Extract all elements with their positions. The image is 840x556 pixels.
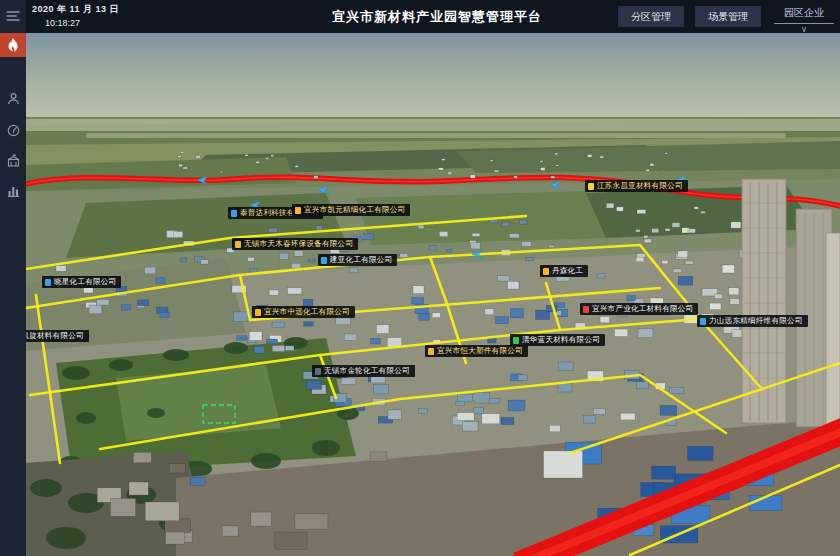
company-label[interactable]: 无锡市金轮化工有限公司 [312,365,415,377]
company-label[interactable]: 宜兴市凯旋材料有限公司 [26,330,89,342]
company-label[interactable]: 建亚化工有限公司 [318,254,397,266]
company-label-text: 建亚化工有限公司 [330,254,392,266]
company-marker-icon [231,210,237,217]
company-label-text: 宜兴市中远化工有限公司 [264,306,350,318]
factory-icon [7,154,20,167]
company-label[interactable]: 宜兴市恒大塑件有限公司 [425,345,528,357]
page-title: 宜兴市新材料产业园智慧管理平台 [332,8,542,26]
date-label: 2020 年 11 月 13 日 [32,3,119,16]
company-marker-icon [295,207,301,214]
company-label-text: 无锡市天木春环保设备有限公司 [244,238,353,250]
time-label: 10:18:27 [45,18,119,28]
company-label-text: 宜兴市凯旋材料有限公司 [26,330,84,342]
park-enterprise-dropdown[interactable]: 园区企业 ∨ [774,6,834,33]
company-marker-icon [583,306,589,313]
company-labels-layer: 江苏永昌亚材料有限公司泰普达利科技有限公司宜兴市凯元精细化工有限公司无锡市天木春… [26,33,840,556]
company-label-text: 无锡市金轮化工有限公司 [324,365,410,377]
app-root: 2020 年 11 月 13 日 10:18:27 宜兴市新材料产业园智慧管理平… [0,0,840,556]
hamburger-icon [6,10,20,22]
company-label-text: 宜兴市产业化工材料有限公司 [592,303,693,315]
company-label[interactable]: 晓星化工有限公司 [42,276,121,288]
company-marker-icon [45,279,51,286]
zone-management-button[interactable]: 分区管理 [618,6,684,27]
statistics-button[interactable] [0,179,26,201]
bar-chart-icon [7,184,20,197]
monitor-gauge-button[interactable] [0,119,26,141]
personnel-button[interactable] [0,87,26,109]
flame-icon [7,38,19,52]
company-marker-icon [315,368,321,375]
gauge-icon [7,124,20,137]
company-marker-icon [588,183,594,190]
company-marker-icon [255,309,261,316]
company-marker-icon [428,348,434,355]
company-label[interactable]: 无锡市天木春环保设备有限公司 [232,238,358,250]
company-label-text: 力山远东精细纤维有限公司 [709,315,803,327]
company-label-text: 晓星化工有限公司 [54,276,116,288]
company-label[interactable]: 宜兴市产业化工材料有限公司 [580,303,698,315]
company-label-text: 宜兴市凯元精细化工有限公司 [304,204,405,216]
top-bar-actions: 分区管理 场景管理 园区企业 ∨ [607,6,834,33]
company-label[interactable]: 力山远东精细纤维有限公司 [697,315,808,327]
company-label-text: 宜兴市恒大塑件有限公司 [437,345,523,357]
company-label[interactable]: 江苏永昌亚材料有限公司 [585,180,688,192]
left-sidebar [0,0,26,556]
park-enterprise-dropdown-label: 园区企业 [774,6,834,24]
company-marker-icon [235,241,241,248]
company-marker-icon [700,318,706,325]
fire-monitor-button[interactable] [0,33,26,57]
chevron-down-icon: ∨ [774,25,834,33]
company-marker-icon [321,257,327,264]
company-label[interactable]: 丹森化工 [540,265,588,277]
company-marker-icon [543,268,549,275]
company-label-text: 丹森化工 [552,265,583,277]
company-label-text: 清华蓝天材料有限公司 [522,334,600,346]
enterprises-button[interactable] [0,149,26,171]
company-label-text: 江苏永昌亚材料有限公司 [597,180,683,192]
company-label[interactable]: 宜兴市中远化工有限公司 [252,306,355,318]
person-icon [7,92,20,105]
scene-management-button[interactable]: 场景管理 [695,6,761,27]
top-bar: 2020 年 11 月 13 日 10:18:27 宜兴市新材料产业园智慧管理平… [0,0,840,33]
datetime-block: 2020 年 11 月 13 日 10:18:27 [32,3,119,28]
menu-toggle-button[interactable] [0,5,26,27]
company-marker-icon [513,337,519,344]
map-viewport[interactable]: 江苏永昌亚材料有限公司泰普达利科技有限公司宜兴市凯元精细化工有限公司无锡市天木春… [26,33,840,556]
company-label[interactable]: 宜兴市凯元精细化工有限公司 [292,204,410,216]
